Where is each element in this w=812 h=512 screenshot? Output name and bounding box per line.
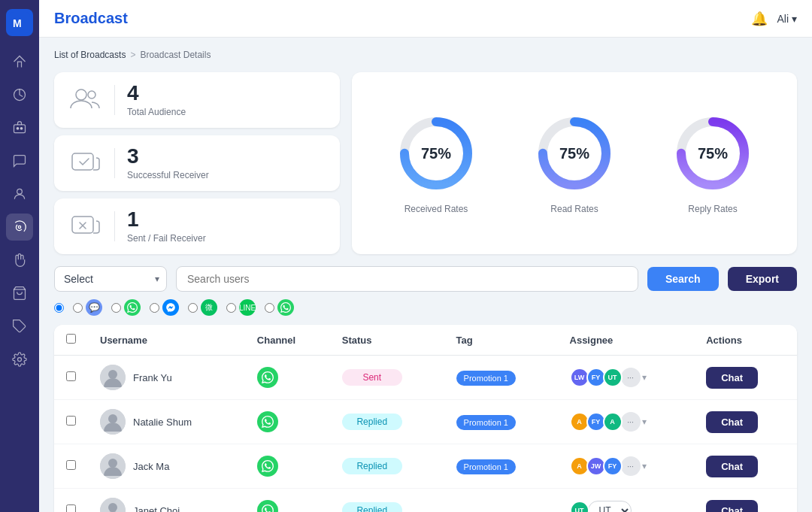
whatsapp-channel-icon xyxy=(124,299,141,316)
channel-filters: 💬 微 LINE xyxy=(54,299,797,316)
channel-radio-line[interactable]: LINE xyxy=(226,299,256,316)
chat-button[interactable]: Chat xyxy=(706,411,758,433)
successful-receiver-label: Successful Receiver xyxy=(127,170,325,180)
radio-wechat[interactable] xyxy=(188,303,198,313)
more-assignees-button[interactable]: ··· xyxy=(621,368,641,387)
breadcrumb-separator: > xyxy=(130,50,135,60)
left-stats: 4 Total Audience 3 xyxy=(54,72,340,254)
broadcast-table: Username Channel Status Tag Assignee Act… xyxy=(54,325,797,512)
sidebar-item-analytics[interactable] xyxy=(6,81,33,108)
username-text: Natalie Shum xyxy=(133,417,192,428)
row-checkbox-cell xyxy=(54,356,88,400)
radio-whatsapp2[interactable] xyxy=(265,303,274,313)
sidebar-item-bot[interactable] xyxy=(6,114,33,141)
svg-point-26 xyxy=(108,459,117,468)
tag-cell: Promotion 1 xyxy=(444,444,558,489)
sidebar-item-hand[interactable] xyxy=(6,247,33,274)
assignee-dropdown-arrow[interactable]: ▾ xyxy=(642,461,647,471)
breadcrumb-parent[interactable]: List of Broadcasts xyxy=(54,50,126,60)
col-status: Status xyxy=(330,325,444,356)
channel-radio-all[interactable] xyxy=(54,303,64,313)
successful-receiver-value: 3 xyxy=(127,146,325,167)
stats-section: 4 Total Audience 3 xyxy=(54,72,797,254)
chat-button[interactable]: Chat xyxy=(706,367,758,389)
status-badge: Replied xyxy=(342,502,402,512)
whatsapp2-channel-icon xyxy=(277,299,294,316)
assignee-cell: AFYA ··· ▾ xyxy=(558,400,695,444)
sidebar-item-home[interactable] xyxy=(6,48,33,75)
chat-button[interactable]: Chat xyxy=(706,500,758,513)
channel-select[interactable]: Select xyxy=(54,266,167,292)
sent-fail-label: Sent / Fail Receiver xyxy=(127,233,325,244)
assignee-avatar: UT xyxy=(570,501,589,512)
svg-point-28 xyxy=(108,503,117,512)
row-2-checkbox[interactable] xyxy=(66,460,76,470)
username-cell: Janet Choi xyxy=(88,489,245,513)
sidebar-item-settings[interactable] xyxy=(6,346,33,373)
export-button[interactable]: Export xyxy=(728,267,797,291)
assignee-cell: LWFYUT ··· ▾ xyxy=(558,356,695,400)
fail-icon xyxy=(69,211,102,243)
more-assignees-button[interactable]: ··· xyxy=(621,456,641,476)
search-button[interactable]: Search xyxy=(647,267,719,291)
total-audience-value: 4 xyxy=(127,83,325,104)
svg-point-24 xyxy=(108,414,117,423)
svg-point-7 xyxy=(18,226,20,228)
sidebar-item-messages[interactable] xyxy=(6,147,33,174)
search-input[interactable] xyxy=(176,266,638,292)
action-cell: Chat xyxy=(694,489,797,513)
radio-all[interactable] xyxy=(54,303,64,313)
read-label: Read Rates xyxy=(550,204,598,214)
successful-icon xyxy=(69,147,102,180)
line-channel-icon: LINE xyxy=(239,299,256,316)
received-pct: 75% xyxy=(421,145,451,162)
row-1-checkbox[interactable] xyxy=(66,416,76,426)
username-cell: Natalie Shum xyxy=(88,400,245,444)
col-channel: Channel xyxy=(245,325,330,356)
bell-icon[interactable]: 🔔 xyxy=(751,11,768,27)
more-assignees-button[interactable]: ··· xyxy=(621,412,641,432)
received-label: Received Rates xyxy=(404,204,468,214)
sidebar-item-users[interactable] xyxy=(6,180,33,208)
sidebar-item-cart[interactable] xyxy=(6,280,33,307)
user-menu[interactable]: Ali ▾ xyxy=(777,13,797,25)
channel-cell xyxy=(245,400,330,444)
row-3-checkbox[interactable] xyxy=(66,504,76,512)
chat-button[interactable]: Chat xyxy=(706,456,758,477)
svg-point-10 xyxy=(18,358,22,362)
read-pct: 75% xyxy=(559,145,589,162)
username-content: Frank Yu xyxy=(100,365,233,390)
channel-radio-messenger[interactable] xyxy=(150,299,179,316)
messenger-channel-icon xyxy=(162,299,179,316)
radio-chat[interactable] xyxy=(73,303,83,313)
main-content: Broadcast 🔔 Ali ▾ List of Broadcasts > B… xyxy=(39,0,812,512)
whatsapp-icon xyxy=(257,367,278,388)
received-rates-chart: 75% Received Rates xyxy=(395,112,477,214)
assignee-dropdown-arrow[interactable]: ▾ xyxy=(642,417,647,427)
tag-cell: Promotion 1 xyxy=(444,400,558,444)
assignee-content: UT UT xyxy=(570,501,683,512)
status-cell: Sent xyxy=(330,356,444,400)
sent-fail-card: 1 Sent / Fail Receiver xyxy=(54,198,340,254)
username-content: Natalie Shum xyxy=(100,409,233,435)
assignee-select[interactable]: UT xyxy=(588,501,632,512)
radio-whatsapp[interactable] xyxy=(111,303,121,313)
channel-radio-whatsapp[interactable] xyxy=(111,299,141,316)
col-assignee: Assignee xyxy=(558,325,695,356)
sidebar-item-tags[interactable] xyxy=(6,313,33,340)
stat-info: 4 Total Audience xyxy=(127,83,325,117)
status-cell: Replied xyxy=(330,489,444,513)
row-0-checkbox[interactable] xyxy=(66,371,76,381)
stat-info: 1 Sent / Fail Receiver xyxy=(127,209,325,244)
channel-radio-wechat[interactable]: 微 xyxy=(188,299,217,316)
select-all-checkbox[interactable] xyxy=(66,334,76,344)
app-logo[interactable]: M xyxy=(6,9,33,36)
radio-messenger[interactable] xyxy=(150,303,159,313)
assignee-dropdown-arrow[interactable]: ▾ xyxy=(642,372,647,383)
channel-radio-chat[interactable]: 💬 xyxy=(73,299,102,316)
channel-radio-whatsapp2[interactable] xyxy=(265,299,294,316)
radio-line[interactable] xyxy=(226,303,236,313)
select-dropdown[interactable]: Select xyxy=(54,266,167,292)
sidebar-item-broadcast[interactable] xyxy=(6,214,33,241)
svg-point-11 xyxy=(76,89,86,100)
